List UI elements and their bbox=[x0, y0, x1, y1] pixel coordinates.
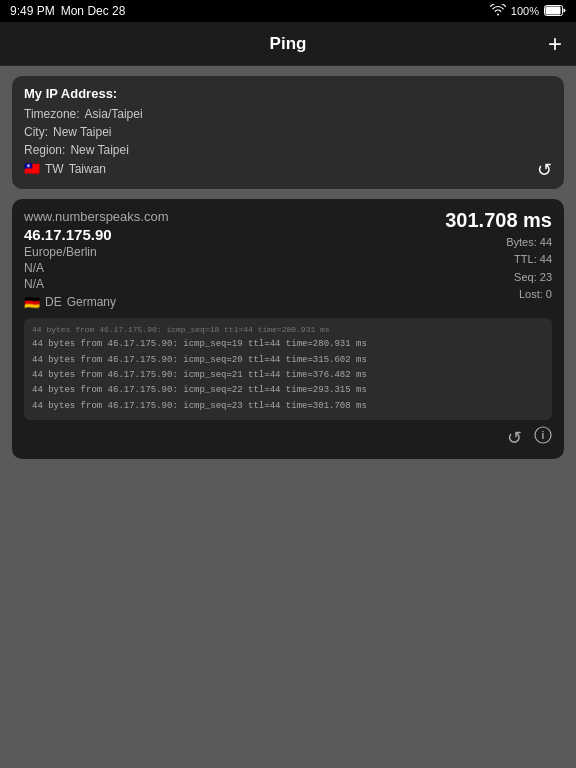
log-line: 44 bytes from 46.17.175.90: icmp_seq=22 … bbox=[32, 383, 544, 397]
region-row: Region: New Taipei bbox=[24, 141, 552, 159]
my-ip-section: My IP Address: Timezone: Asia/Taipei Cit… bbox=[12, 76, 564, 189]
city-row: City: New Taipei bbox=[24, 123, 552, 141]
refresh-ip-button[interactable]: ↺ bbox=[537, 159, 552, 181]
ping-stats: Bytes: 44 TTL: 44 Seq: 23 Lost: 0 bbox=[445, 234, 552, 304]
ping-log-header: 44 bytes from 46.17.175.90: icmp_seq=18 … bbox=[32, 324, 544, 337]
timezone-row: Timezone: Asia/Taipei bbox=[24, 105, 552, 123]
restart-ping-button[interactable]: ↺ bbox=[507, 427, 522, 449]
info-ping-button[interactable]: i bbox=[534, 426, 552, 449]
ping-na1: N/A bbox=[24, 261, 445, 275]
log-line: 44 bytes from 46.17.175.90: icmp_seq=19 … bbox=[32, 337, 544, 351]
my-ip-country: Taiwan bbox=[69, 160, 106, 178]
add-ping-button[interactable]: + bbox=[548, 32, 562, 56]
ping-card-right: 301.708 ms Bytes: 44 TTL: 44 Seq: 23 Los… bbox=[445, 209, 552, 304]
lost-stat: Lost: 0 bbox=[445, 286, 552, 304]
ping-na2: N/A bbox=[24, 277, 445, 291]
ping-card-left: www.numberspeaks.com 46.17.175.90 Europe… bbox=[24, 209, 445, 310]
status-left: 9:49 PM Mon Dec 28 bbox=[10, 4, 125, 18]
ping-card-actions: ↺ i bbox=[24, 426, 552, 449]
ping-card: www.numberspeaks.com 46.17.175.90 Europe… bbox=[12, 199, 564, 460]
ping-log-lines: 44 bytes from 46.17.175.90: icmp_seq=19 … bbox=[32, 337, 544, 413]
time-label: 9:49 PM bbox=[10, 4, 55, 18]
my-ip-flag: 🇹🇼 bbox=[24, 159, 40, 179]
nav-title: Ping bbox=[270, 34, 307, 54]
region-value: New Taipei bbox=[70, 141, 128, 159]
ping-ip: 46.17.175.90 bbox=[24, 226, 445, 243]
ping-host: www.numberspeaks.com bbox=[24, 209, 445, 224]
ping-timezone: Europe/Berlin bbox=[24, 245, 445, 259]
svg-text:i: i bbox=[542, 430, 545, 441]
log-line: 44 bytes from 46.17.175.90: icmp_seq=23 … bbox=[32, 399, 544, 413]
seq-stat: Seq: 23 bbox=[445, 269, 552, 287]
ping-country-row: 🇩🇪 DE Germany bbox=[24, 295, 445, 310]
my-ip-title: My IP Address: bbox=[24, 86, 552, 101]
battery-label: 100% bbox=[511, 5, 539, 17]
ping-flag: 🇩🇪 bbox=[24, 295, 40, 310]
main-content: My IP Address: Timezone: Asia/Taipei Cit… bbox=[0, 66, 576, 479]
city-value: New Taipei bbox=[53, 123, 111, 141]
nav-bar: Ping + bbox=[0, 22, 576, 66]
ping-country-code: DE bbox=[45, 295, 62, 309]
status-bar: 9:49 PM Mon Dec 28 100% bbox=[0, 0, 576, 22]
svg-rect-1 bbox=[546, 6, 561, 14]
ping-log: 44 bytes from 46.17.175.90: icmp_seq=18 … bbox=[24, 318, 552, 421]
bytes-stat: Bytes: 44 bbox=[445, 234, 552, 252]
region-label: Region: bbox=[24, 141, 65, 159]
battery-icon bbox=[544, 5, 566, 18]
date-label: Mon Dec 28 bbox=[61, 4, 126, 18]
ping-card-header: www.numberspeaks.com 46.17.175.90 Europe… bbox=[24, 209, 552, 310]
ping-country: Germany bbox=[67, 295, 116, 309]
ping-time: 301.708 ms bbox=[445, 209, 552, 232]
status-right: 100% bbox=[490, 4, 566, 18]
timezone-value: Asia/Taipei bbox=[85, 105, 143, 123]
wifi-icon bbox=[490, 4, 506, 18]
city-label: City: bbox=[24, 123, 48, 141]
my-ip-country-code: TW bbox=[45, 160, 64, 178]
timezone-label: Timezone: bbox=[24, 105, 80, 123]
ttl-stat: TTL: 44 bbox=[445, 251, 552, 269]
country-row: 🇹🇼 TW Taiwan bbox=[24, 159, 552, 179]
log-line: 44 bytes from 46.17.175.90: icmp_seq=20 … bbox=[32, 353, 544, 367]
log-line: 44 bytes from 46.17.175.90: icmp_seq=21 … bbox=[32, 368, 544, 382]
